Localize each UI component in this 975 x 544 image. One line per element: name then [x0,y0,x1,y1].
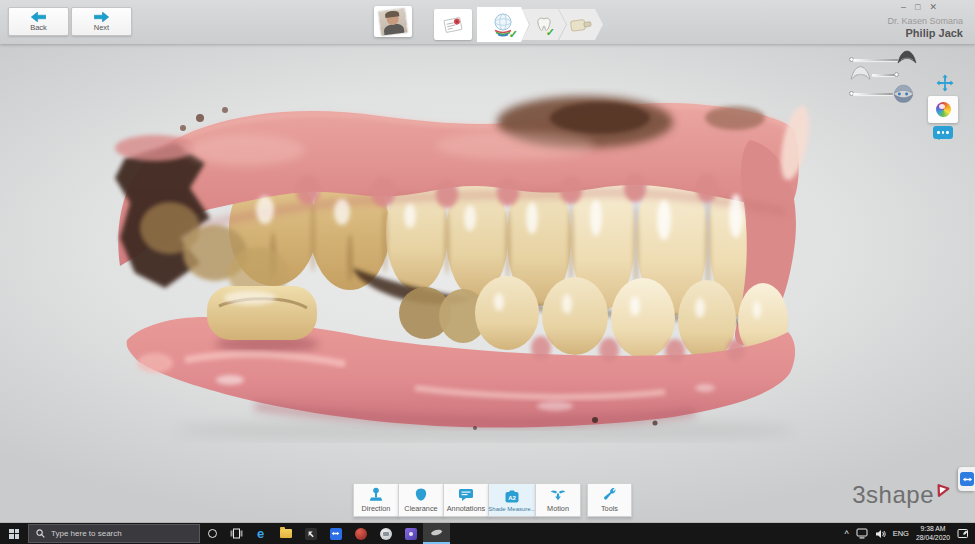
search-icon [36,529,45,538]
maximize-button[interactable]: □ [915,2,920,12]
task-view-icon [230,528,243,539]
window-controls: – □ ✕ [901,2,937,12]
scan-slider-track[interactable] [853,59,898,61]
patient-photo-card[interactable] [374,6,412,37]
shade-measure-icon: A2 [504,489,520,504]
logo-text: 3shape [852,481,934,509]
taskbar-app-active-3shape[interactable] [423,523,450,544]
cortana-icon [208,529,217,538]
minimize-button[interactable]: – [901,2,906,12]
upper-jaw-icon [896,50,918,65]
shade-measure-label: Shade Measure... [488,506,535,512]
clearance-icon [413,487,429,502]
3d-viewer-icon [355,528,367,540]
taskbar-app-scanner[interactable] [373,523,398,544]
clearance-label: Clearance [404,504,437,513]
workflow-steps: ✓ ✓ [434,7,603,42]
wrench-icon [602,487,618,502]
next-button[interactable]: Next [71,7,132,36]
viewport-toolbar: Direction Clearance Annotations [354,483,632,517]
color-sphere-icon [936,102,951,117]
scanner-app-icon [380,528,392,540]
taskbar-search[interactable] [28,524,200,543]
teamviewer-panel-handle[interactable] [958,467,975,491]
taskbar-app-dental-suite[interactable] [398,523,423,544]
design-complete-check-icon: ✓ [546,26,555,39]
teamviewer-icon [960,472,974,486]
insertion-direction-icon [368,487,384,502]
clock-time: 9:38 AM [916,525,950,534]
3shape-logo: 3shape [852,481,951,509]
cortana-button[interactable] [200,523,224,544]
taskbar-app-capture-tool[interactable] [298,523,323,544]
back-label: Back [30,23,47,32]
patient-photo [379,8,408,35]
workflow-step-manufacture[interactable] [559,9,603,40]
motion-button[interactable]: Motion [535,483,581,517]
3shape-app-window: Back Next [0,0,975,544]
teamviewer-taskbar-icon [330,528,342,540]
tray-overflow-chevron[interactable]: ^ [844,529,848,539]
comments-button[interactable] [933,126,953,139]
isolated-molar [207,286,319,353]
windows-taskbar: e ^ [0,523,975,544]
taskbar-clock[interactable]: 9:38 AM 28/04/2020 [916,525,950,543]
language-indicator[interactable]: ENG [893,529,909,538]
file-explorer-icon [280,529,292,538]
annotations-icon [458,487,474,502]
direction-button[interactable]: Direction [353,483,399,517]
direction-label: Direction [362,504,391,513]
motion-label: Motion [547,504,569,513]
user-info: Dr. Kasen Somana Philip Jack [887,16,963,41]
taskbar-app-file-explorer[interactable] [273,523,298,544]
scan-complete-check-icon: ✓ [509,28,518,41]
tools-button[interactable]: Tools [587,483,632,517]
capture-tool-icon [305,528,317,540]
manufacture-block-icon [569,16,593,34]
move-arrows-icon [936,74,954,92]
logo-triangle-icon [935,483,951,498]
doctor-name: Dr. Kasen Somana [887,16,963,27]
shade-measure-button[interactable]: A2 Shade Measure... [488,483,536,517]
taskbar-app-3d-viewer[interactable] [348,523,373,544]
next-arrow-icon [94,12,109,22]
task-view-button[interactable] [224,523,248,544]
lower-jaw-icon [849,65,872,82]
workflow-step-scan[interactable]: ✓ [477,7,529,42]
annotations-label: Annotations [447,504,486,513]
workflow-step-order-form[interactable] [434,9,472,40]
motion-icon [550,487,566,502]
top-toolbar: Back Next [0,0,975,44]
back-arrow-icon [31,12,46,22]
active-app-icon [431,529,443,537]
speaker-icon[interactable] [875,529,886,539]
network-icon[interactable] [856,528,868,539]
shade-value: A2 [508,494,516,500]
pan-move-button[interactable] [936,74,954,96]
color-texture-button[interactable] [928,96,958,123]
windows-logo-icon [9,529,19,539]
scan-slider-track[interactable] [853,93,893,95]
scan-slider-track[interactable] [872,74,895,76]
action-center-icon[interactable] [957,528,969,539]
taskbar-app-edge[interactable]: e [248,523,273,544]
order-form-icon [442,15,464,35]
clearance-button[interactable]: Clearance [398,483,444,517]
patient-name: Philip Jack [887,27,963,41]
bite-scan-item[interactable] [849,84,919,104]
annotations-button[interactable]: Annotations [443,483,489,517]
start-button[interactable] [0,523,28,544]
back-button[interactable]: Back [8,7,69,36]
edge-icon: e [257,527,264,540]
clock-date: 28/04/2020 [916,534,950,543]
next-label: Next [94,23,109,32]
dental-scan-3d-model[interactable] [95,88,820,443]
system-tray: ^ ENG 9:38 AM 28/04/2020 [844,525,975,543]
lower-jaw-scan-item[interactable] [849,64,919,84]
scan-slider-dot[interactable] [894,72,899,77]
search-input[interactable] [51,529,171,538]
taskbar-app-teamviewer[interactable] [323,523,348,544]
3d-viewport[interactable]: Direction Clearance Annotations [0,44,975,523]
close-button[interactable]: ✕ [929,2,937,12]
bite-scan-icon [891,84,916,103]
